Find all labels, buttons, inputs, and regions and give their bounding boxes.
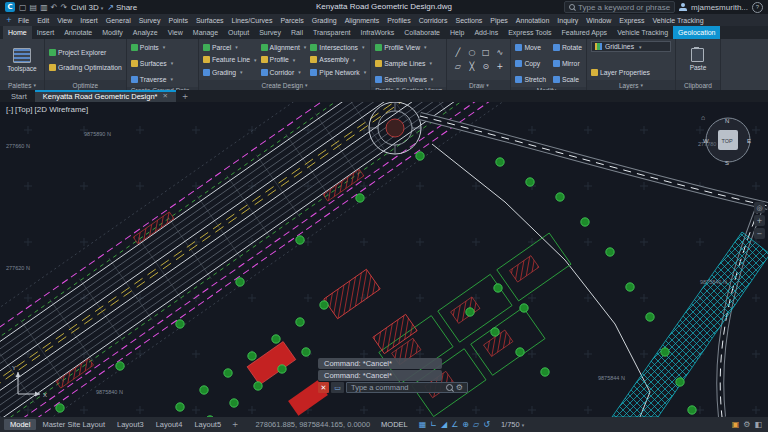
visual-style-button[interactable]: [2D Wireframe]	[34, 105, 88, 114]
username[interactable]: mjamesmurith...	[691, 3, 748, 12]
ribbon-button[interactable]: Parcel	[203, 41, 257, 53]
quick-access-icon[interactable]: ▤	[30, 3, 38, 12]
ribbon-tab[interactable]: Express Tools	[503, 26, 556, 39]
ribbon-button[interactable]: Mirror	[553, 57, 582, 69]
view-direction-button[interactable]: [Top]	[15, 105, 32, 114]
drawing-area[interactable]: 277660 N 9875890 N 277620 N 277780 N 987…	[0, 102, 768, 417]
draw-tool-icon[interactable]: ▱	[451, 60, 464, 73]
panel-label-draw[interactable]: Draw	[447, 80, 510, 90]
status-toggle-icon[interactable]: ⊕	[460, 420, 471, 429]
menu-item[interactable]: Corridors	[415, 17, 452, 24]
menu-item[interactable]: Points	[164, 17, 191, 24]
toolspace-button[interactable]: Toolspace	[4, 41, 40, 78]
user-avatar-icon[interactable]	[679, 3, 687, 11]
menu-item[interactable]: Vehicle Tracking	[649, 17, 708, 24]
status-tool-icon[interactable]: ◧	[752, 420, 764, 429]
ribbon-button[interactable]: Points	[131, 41, 194, 53]
command-search-icon[interactable]	[446, 384, 453, 391]
status-toggle-icon[interactable]: ▱	[471, 420, 481, 429]
ribbon-button[interactable]: Grading	[203, 66, 257, 78]
search-input[interactable]: Type a keyword or phrase	[564, 1, 675, 13]
share-button[interactable]: ↗Share	[107, 3, 137, 12]
draw-tool-icon[interactable]: ⊙	[479, 60, 492, 73]
nav-tool-icon[interactable]: −	[754, 228, 765, 239]
menu-item[interactable]: General	[102, 17, 135, 24]
viewcube-west[interactable]: W	[703, 138, 709, 144]
viewport-menu-button[interactable]: [-]	[6, 105, 13, 114]
ribbon-tab[interactable]: Modify	[97, 26, 128, 39]
ribbon-tab[interactable]: Annotate	[59, 26, 97, 39]
help-icon[interactable]: ?	[752, 2, 763, 13]
layout-tab[interactable]: Layout3	[111, 419, 150, 430]
add-layout-button[interactable]: +	[228, 420, 242, 429]
status-toggle-icon[interactable]: ↺	[481, 420, 492, 429]
menu-item[interactable]: Express	[615, 17, 648, 24]
menu-item[interactable]: Pipes	[486, 17, 512, 24]
ribbon-button[interactable]: Project Explorer	[49, 46, 122, 58]
panel-label-layers[interactable]: Layers	[587, 80, 675, 90]
menu-item[interactable]: Insert	[76, 17, 102, 24]
layer-dropdown[interactable]: GridLines	[591, 41, 671, 52]
ribbon-tab[interactable]: Rail	[286, 26, 308, 39]
ribbon-button[interactable]: Copy	[515, 57, 546, 69]
command-input[interactable]: Type a command ⚙	[346, 382, 468, 393]
ribbon-tab[interactable]: Manage	[188, 26, 223, 39]
command-settings-icon[interactable]: ⚙	[456, 383, 463, 392]
ribbon-button[interactable]: Traverse	[131, 73, 194, 85]
panel-label-clipboard[interactable]: Clipboard	[676, 80, 720, 90]
menu-item[interactable]: Window	[582, 17, 615, 24]
ribbon-tab[interactable]: Add-ins	[469, 26, 503, 39]
ribbon-button[interactable]: Profile View	[375, 41, 442, 53]
quick-access-icon[interactable]: ▥	[40, 3, 48, 12]
ribbon-tab[interactable]: Collaborate	[399, 26, 445, 39]
ribbon-button[interactable]: Stretch	[515, 73, 546, 85]
ribbon-button[interactable]: Alignment	[261, 41, 307, 53]
crosshair-icon[interactable]: +	[6, 16, 12, 24]
menu-item[interactable]: Sections	[451, 17, 486, 24]
panel-label-palettes[interactable]: Palettes	[0, 80, 44, 90]
menu-item[interactable]: Parcels	[276, 17, 307, 24]
close-command-icon[interactable]: ✕	[318, 382, 329, 393]
draw-tool-icon[interactable]: □	[479, 46, 492, 59]
quick-access-icon[interactable]: ▢	[19, 3, 27, 12]
draw-tool-icon[interactable]: +	[493, 60, 506, 73]
ribbon-button[interactable]: Section Views	[375, 73, 442, 85]
viewcube-north[interactable]: N	[725, 118, 729, 124]
keyboard-icon[interactable]: ▭	[331, 382, 344, 393]
draw-tool-icon[interactable]: ∿	[493, 46, 506, 59]
ribbon-button[interactable]: Sample Lines	[375, 57, 442, 69]
layout-tab[interactable]: Layout4	[150, 419, 189, 430]
status-tool-icon[interactable]: ⚙	[741, 420, 752, 429]
ribbon-tab[interactable]: View	[163, 26, 188, 39]
menu-item[interactable]: Survey	[135, 17, 165, 24]
ribbon-button[interactable]: Corridor	[261, 66, 307, 78]
menu-item[interactable]: Alignments	[341, 17, 384, 24]
menu-item[interactable]: Profiles	[383, 17, 414, 24]
layout-tab[interactable]: Model	[4, 419, 36, 430]
menu-item[interactable]: Grading	[308, 17, 341, 24]
viewcube-east[interactable]: E	[747, 138, 751, 144]
panel-label-optimize[interactable]: Optimize	[45, 80, 126, 90]
menu-item[interactable]: Edit	[33, 17, 53, 24]
ribbon-tab[interactable]: Survey	[254, 26, 286, 39]
ribbon-tab[interactable]: InfraWorks	[355, 26, 399, 39]
viewcube-top-face[interactable]: TOP	[722, 138, 734, 144]
ribbon-tab[interactable]: Vehicle Tracking	[612, 26, 673, 39]
paste-button[interactable]: Paste	[680, 41, 716, 78]
quick-access-icon[interactable]: ↶	[51, 3, 58, 12]
ribbon-button[interactable]: Grading Optimization	[49, 61, 122, 73]
ribbon-tab[interactable]: Help	[445, 26, 469, 39]
layout-tab[interactable]: Master Site Layout	[36, 419, 111, 430]
status-toggle-icon[interactable]: ∟	[428, 420, 439, 429]
menu-item[interactable]: View	[53, 17, 76, 24]
workspace-menu[interactable]: Civil 3D	[71, 3, 103, 12]
nav-tool-icon[interactable]: +	[754, 215, 765, 226]
status-toggle-icon[interactable]: ▦	[417, 420, 429, 429]
tab-drawing[interactable]: Kenyatta Road Geometric Design* ✕	[35, 90, 176, 102]
app-logo-icon[interactable]: C	[5, 2, 15, 12]
ribbon-tab[interactable]: Featured Apps	[557, 26, 613, 39]
tab-start[interactable]: Start	[3, 90, 35, 102]
status-tool-icon[interactable]: ▣	[730, 420, 742, 429]
annotation-scale[interactable]: 1/750	[501, 420, 524, 429]
menu-item[interactable]: Annotation	[512, 17, 553, 24]
